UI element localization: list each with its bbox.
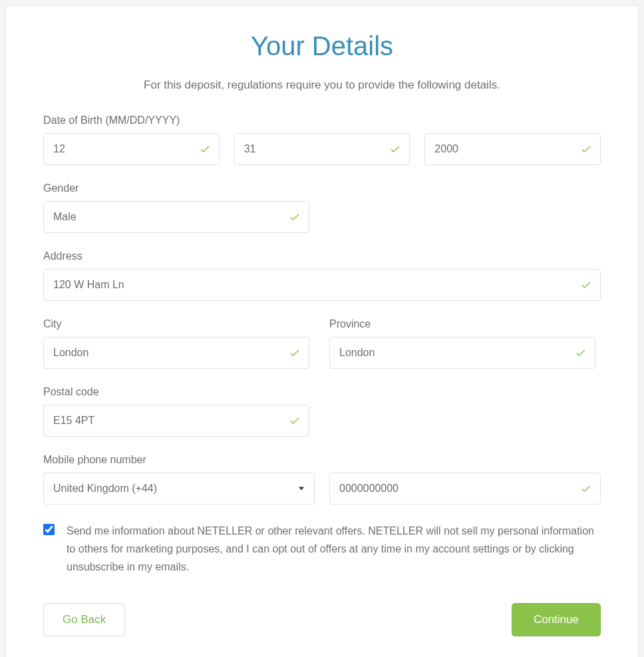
city-province-row: City Province — [43, 318, 601, 369]
phone-number-input[interactable] — [329, 473, 601, 505]
phone-group: Mobile phone number — [43, 454, 601, 505]
address-input[interactable] — [43, 269, 601, 301]
dob-year-input[interactable] — [424, 133, 601, 165]
dob-label: Date of Birth (MM/DD/YYYY) — [43, 114, 601, 126]
your-details-card: Your Details For this deposit, regulatio… — [5, 5, 639, 657]
address-group: Address — [43, 250, 601, 301]
city-input[interactable] — [43, 337, 309, 369]
page-title: Your Details — [43, 31, 601, 61]
gender-input[interactable] — [43, 201, 309, 233]
address-label: Address — [43, 250, 601, 262]
consent-label[interactable]: Send me information about NETELLER or ot… — [67, 522, 601, 576]
city-label: City — [43, 318, 315, 330]
consent-checkbox[interactable] — [43, 524, 55, 535]
gender-label: Gender — [43, 182, 601, 194]
continue-button[interactable]: Continue — [512, 603, 601, 636]
province-input[interactable] — [329, 337, 595, 369]
province-label: Province — [329, 318, 601, 330]
dob-day-input[interactable] — [234, 133, 410, 165]
consent-row: Send me information about NETELLER or ot… — [43, 522, 601, 576]
postal-input[interactable] — [43, 405, 309, 437]
go-back-button[interactable]: Go Back — [43, 603, 125, 636]
dob-group: Date of Birth (MM/DD/YYYY) — [43, 114, 601, 165]
page-subtitle: For this deposit, regulations require yo… — [43, 79, 601, 92]
postal-group: Postal code — [43, 386, 601, 437]
phone-country-select[interactable] — [43, 473, 315, 505]
dob-month-input[interactable] — [43, 133, 220, 165]
gender-group: Gender — [43, 182, 601, 233]
phone-label: Mobile phone number — [43, 454, 601, 466]
button-row: Go Back Continue — [43, 603, 601, 636]
postal-label: Postal code — [43, 386, 601, 398]
